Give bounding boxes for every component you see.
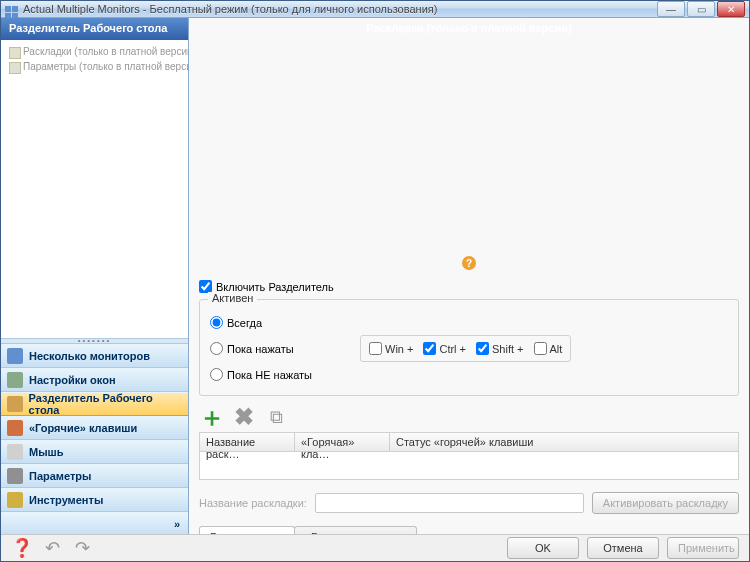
nav-parameters[interactable]: Параметры — [1, 464, 188, 488]
nav-multi-monitors[interactable]: Несколько мониторов — [1, 344, 188, 368]
mod-alt[interactable]: Alt — [534, 342, 563, 355]
tree-item-layouts[interactable]: Раскладки (только в платной версии) — [5, 44, 184, 59]
main-content: Включить Разделитель Активен Всегда Пока… — [189, 274, 749, 534]
tools-icon — [7, 492, 23, 508]
mod-shift[interactable]: Shift + — [476, 342, 524, 355]
layout-name-input[interactable] — [315, 493, 584, 513]
add-layout-button[interactable]: ＋ — [199, 404, 225, 430]
plus-icon: ＋ — [199, 400, 225, 435]
x-icon: ✖ — [234, 403, 254, 431]
radio-while-not-pressed-input[interactable] — [210, 368, 223, 381]
nav-overflow[interactable]: » — [1, 512, 188, 534]
sidebar: Разделитель Рабочего стола Раскладки (то… — [1, 18, 189, 534]
app-icon — [5, 2, 19, 16]
activate-layout-button[interactable]: Активировать раскладку — [592, 492, 739, 514]
maximize-button[interactable]: ▭ — [687, 1, 715, 17]
apply-button[interactable]: Применить — [667, 537, 739, 559]
radio-always-input[interactable] — [210, 316, 223, 329]
close-button[interactable]: ✕ — [717, 1, 745, 17]
nav-hotkeys[interactable]: «Горячие» клавиши — [1, 416, 188, 440]
enable-divider-checkbox[interactable]: Включить Разделитель — [199, 280, 739, 293]
nav-label: Параметры — [29, 470, 91, 482]
sidebar-tree: Раскладки (только в платной версии) Пара… — [1, 40, 188, 338]
footer-redo-icon[interactable]: ↷ — [71, 537, 93, 559]
titlebar[interactable]: Actual Multiple Monitors - Бесплатный ре… — [1, 1, 749, 18]
layout-name-label: Название раскладки: — [199, 497, 307, 509]
radio-always[interactable]: Всегда — [210, 316, 728, 329]
nav-label: Мышь — [29, 446, 64, 458]
radio-while-not-pressed-label: Пока НЕ нажаты — [227, 369, 312, 381]
mod-ctrl[interactable]: Ctrl + — [423, 342, 466, 355]
sidebar-nav: Несколько мониторов Настройки окон Разде… — [1, 344, 188, 534]
cancel-button[interactable]: Отмена — [587, 537, 659, 559]
active-group: Активен Всегда Пока нажаты Win + Ctrl + — [199, 299, 739, 396]
window-settings-icon — [7, 372, 23, 388]
cog-icon — [7, 468, 23, 484]
tab-hotkey[interactable]: «Горячая» клавиша — [294, 526, 417, 534]
nav-mouse[interactable]: Мышь — [1, 440, 188, 464]
layout-tabs: Раскладка зон «Горячая» клавиша — [199, 526, 739, 534]
chevron-right-icon: » — [174, 518, 180, 530]
window-title: Actual Multiple Monitors - Бесплатный ре… — [23, 3, 657, 15]
sidebar-header: Разделитель Рабочего стола — [1, 18, 188, 40]
nav-label: Несколько мониторов — [29, 350, 150, 362]
mouse-icon — [7, 444, 23, 460]
footer-left: ❓ ↶ ↷ — [11, 537, 93, 559]
divider-icon — [7, 396, 23, 412]
hotkeys-icon — [7, 420, 23, 436]
footer: ❓ ↶ ↷ OK Отмена Применить — [1, 534, 749, 561]
layout-list-header: Название раск… «Горячая» кла… Статус «го… — [199, 432, 739, 452]
col-status[interactable]: Статус «горячей» клавиши — [390, 433, 738, 451]
col-name[interactable]: Название раск… — [200, 433, 295, 451]
help-icon[interactable]: ? — [462, 256, 476, 270]
delete-layout-button[interactable]: ✖ — [231, 404, 257, 430]
mod-win[interactable]: Win + — [369, 342, 413, 355]
nav-label: «Горячие» клавиши — [29, 422, 137, 434]
layout-toolbar: ＋ ✖ ⧉ — [199, 404, 739, 430]
window-controls: — ▭ ✕ — [657, 1, 745, 17]
radio-while-pressed-input[interactable] — [210, 342, 223, 355]
radio-while-pressed[interactable]: Пока нажаты — [210, 342, 330, 355]
col-hotkey[interactable]: «Горячая» кла… — [295, 433, 390, 451]
layout-name-row: Название раскладки: Активировать расклад… — [199, 492, 739, 514]
radio-while-not-pressed[interactable]: Пока НЕ нажаты — [210, 368, 728, 381]
app-window: Actual Multiple Monitors - Бесплатный ре… — [0, 0, 750, 562]
copy-icon: ⧉ — [270, 407, 283, 428]
tab-zones-layout[interactable]: Раскладка зон — [199, 526, 295, 534]
ok-button[interactable]: OK — [507, 537, 579, 559]
nav-label: Настройки окон — [29, 374, 116, 386]
minimize-button[interactable]: — — [657, 1, 685, 17]
body: Разделитель Рабочего стола Раскладки (то… — [1, 18, 749, 534]
tree-item-params[interactable]: Параметры (только в платной версии) — [5, 59, 184, 74]
nav-label: Инструменты — [29, 494, 103, 506]
monitors-icon — [7, 348, 23, 364]
nav-tools[interactable]: Инструменты — [1, 488, 188, 512]
footer-undo-icon[interactable]: ↶ — [41, 537, 63, 559]
hotkey-modifiers: Win + Ctrl + Shift + Alt — [360, 335, 571, 362]
radio-while-pressed-label: Пока нажаты — [227, 343, 294, 355]
nav-window-settings[interactable]: Настройки окон — [1, 368, 188, 392]
enable-divider-label: Включить Разделитель — [216, 281, 334, 293]
main-panel: Раскладки (только в платной версии) ? Вк… — [189, 18, 749, 534]
active-group-legend: Активен — [208, 292, 257, 304]
footer-help-icon[interactable]: ❓ — [11, 537, 33, 559]
nav-label: Разделитель Рабочего стола — [29, 392, 182, 416]
layout-list[interactable] — [199, 452, 739, 480]
main-header: Раскладки (только в платной версии) ? — [189, 18, 749, 274]
radio-always-label: Всегда — [227, 317, 262, 329]
copy-layout-button[interactable]: ⧉ — [263, 404, 289, 430]
nav-desktop-divider[interactable]: Разделитель Рабочего стола — [1, 392, 188, 416]
main-header-title: Раскладки (только в платной версии) — [366, 22, 572, 34]
